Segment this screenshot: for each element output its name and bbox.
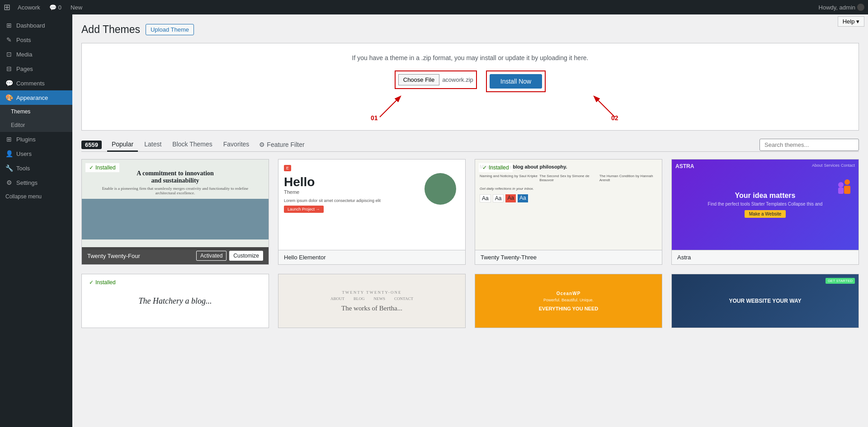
upload-area: If you have a theme in a .zip format, yo…	[81, 43, 859, 131]
check-icon-2: ✓	[482, 164, 487, 171]
theme-name-twenty-twenty-three: Twenty Twenty-Three	[481, 254, 537, 261]
theme-footer-twenty-twenty-four: Twenty Twenty-Four Activated Customize	[82, 247, 269, 264]
theme-card-divi[interactable]: YOUR WEBSITE YOUR WAY GET STARTED	[671, 274, 859, 328]
theme-name-astra: Astra	[677, 254, 691, 261]
plugins-icon: ⊞	[5, 136, 13, 143]
users-icon: 👤	[5, 150, 13, 157]
posts-icon: ✎	[5, 36, 13, 43]
search-themes-input[interactable]	[760, 139, 859, 151]
themes-grid: ✓ Installed A commitment to innovationan…	[81, 159, 859, 265]
tab-block-themes[interactable]: Block Themes	[168, 138, 217, 152]
help-button[interactable]: Help ▾	[838, 16, 864, 27]
tab-favorites[interactable]: Favorites	[219, 138, 254, 152]
theme-name-hello-elementor: Hello Elementor	[284, 254, 326, 261]
check-icon: ✓	[89, 164, 94, 171]
file-name-label: acowork.zip	[442, 76, 473, 83]
theme-card-twenty-twenty-one[interactable]: TWENTY TWENTY-ONE ABOUTBLOGNEWSCONTACT T…	[278, 274, 466, 328]
themes-tabs: 6559 Popular Latest Block Themes Favorit…	[81, 138, 859, 152]
sidebar-item-comments[interactable]: 💬 Comments	[0, 76, 72, 90]
theme-name-twenty-twenty-four: Twenty Twenty-Four	[87, 253, 140, 259]
new-content-link[interactable]: New	[67, 4, 86, 11]
arrow-01-indicator: 01	[371, 92, 425, 119]
comments-link[interactable]: 💬 0	[46, 4, 65, 11]
theme-thumbnail-hello-elementor: E Hello Theme Lorem ipsum dolor sit amet…	[278, 160, 465, 250]
howdy-text: Howdy, admin	[819, 4, 855, 11]
theme-thumbnail-oceanwp: OceanWP Powerful. Beautiful. Unique. EVE…	[475, 274, 662, 328]
sidebar-item-posts[interactable]: ✎ Posts	[0, 33, 72, 47]
appearance-icon: 🎨	[5, 94, 13, 101]
choose-file-button[interactable]: Choose File	[398, 74, 439, 85]
sidebar-item-appearance[interactable]: 🎨 Appearance	[0, 90, 72, 105]
main-content: Add Themes Upload Theme If you have a th…	[72, 14, 868, 427]
theme-actions-twenty-twenty-four: Activated Customize	[196, 251, 263, 261]
theme-thumbnail-twenty-twenty-one: TWENTY TWENTY-ONE ABOUTBLOGNEWSCONTACT T…	[278, 274, 465, 328]
wp-logo-icon[interactable]: ⊞	[4, 2, 10, 12]
sidebar-item-users[interactable]: 👤 Users	[0, 146, 72, 161]
sidebar-item-dashboard[interactable]: ⊞ Dashboard	[0, 18, 72, 33]
sidebar-item-plugins[interactable]: ⊞ Plugins	[0, 132, 72, 146]
themes-grid-bottom: ✓ Installed The Hatchery a blog... TWENT…	[81, 274, 859, 328]
svg-text:01: 01	[371, 114, 378, 122]
dashboard-icon: ⊞	[5, 22, 13, 29]
gear-icon: ⚙	[259, 141, 265, 148]
settings-icon: ⚙	[5, 179, 13, 186]
theme-thumbnail-divi: YOUR WEBSITE YOUR WAY GET STARTED	[672, 274, 859, 328]
tools-icon: 🔧	[5, 164, 13, 172]
admin-bar: ⊞ Acowork 💬 0 New Howdy, admin	[0, 0, 868, 14]
comments-icon: 💬	[5, 80, 13, 87]
svg-text:02: 02	[611, 114, 618, 122]
theme-card-hello-elementor[interactable]: E Hello Theme Lorem ipsum dolor sit amet…	[278, 159, 466, 265]
tab-popular[interactable]: Popular	[107, 138, 138, 152]
installed-badge-hatchery: ✓ Installed	[85, 278, 119, 287]
activated-button[interactable]: Activated	[196, 251, 226, 261]
svg-rect-5	[844, 186, 850, 194]
theme-count-badge: 6559	[81, 141, 102, 149]
svg-point-7	[838, 182, 844, 188]
sidebar-item-tools[interactable]: 🔧 Tools	[0, 161, 72, 175]
theme-card-hatchery[interactable]: ✓ Installed The Hatchery a blog...	[81, 274, 269, 328]
tab-latest[interactable]: Latest	[140, 138, 166, 152]
svg-point-4	[844, 179, 850, 185]
theme-card-twenty-twenty-three[interactable]: ✓ Installed Mindblown: a blog about phil…	[475, 159, 662, 265]
install-now-container: Install Now	[486, 70, 546, 92]
avatar	[857, 4, 864, 11]
sidebar-item-themes[interactable]: Themes	[0, 105, 72, 118]
search-themes-container	[760, 139, 859, 151]
sidebar-item-pages[interactable]: ⊟ Pages	[0, 61, 72, 76]
customize-button[interactable]: Customize	[229, 251, 263, 261]
installed-badge-twenty-twenty-three: ✓ Installed	[479, 163, 513, 172]
sidebar: ⊞ Dashboard ✎ Posts ⊡ Media ⊟ Pages 💬 Co…	[0, 14, 72, 427]
arrow-02-indicator: 02	[561, 92, 624, 119]
sidebar-item-settings[interactable]: ⚙ Settings	[0, 175, 72, 190]
upload-description: If you have a theme in a .zip format, yo…	[93, 54, 848, 61]
theme-name-row-twenty-three: Twenty Twenty-Three	[475, 250, 662, 264]
theme-card-oceanwp[interactable]: OceanWP Powerful. Beautiful. Unique. EVE…	[475, 274, 662, 328]
media-icon: ⊡	[5, 51, 13, 58]
page-title: Add Themes	[81, 23, 140, 36]
theme-card-astra[interactable]: ASTRA About Services Contact Your idea m…	[671, 159, 859, 265]
install-now-button[interactable]: Install Now	[490, 74, 542, 89]
svg-rect-6	[838, 188, 844, 194]
theme-name-row-hello: Hello Elementor	[278, 250, 465, 264]
theme-name-row-astra: Astra	[672, 250, 859, 264]
theme-card-twenty-twenty-four[interactable]: ✓ Installed A commitment to innovationan…	[81, 159, 269, 265]
theme-thumbnail-astra: ASTRA About Services Contact Your idea m…	[672, 160, 859, 250]
site-name-link[interactable]: Acowork	[14, 4, 44, 11]
collapse-menu-button[interactable]: Collapse menu	[0, 190, 72, 203]
file-input-container: Choose File acowork.zip	[395, 70, 477, 89]
page-header: Add Themes Upload Theme	[81, 23, 859, 36]
pages-icon: ⊟	[5, 65, 13, 72]
sidebar-item-media[interactable]: ⊡ Media	[0, 47, 72, 61]
svg-line-0	[380, 97, 400, 117]
check-icon-3: ✓	[89, 279, 94, 286]
astra-figure-icon	[831, 178, 854, 200]
theme-thumbnail-twenty-twenty-three: Mindblown: a blog about philosophy. Nami…	[475, 160, 662, 250]
sidebar-item-editor[interactable]: Editor	[0, 118, 72, 132]
installed-badge-twenty-twenty-four: ✓ Installed	[85, 163, 119, 172]
theme-thumbnail-twenty-twenty-four: A commitment to innovationand sustainabi…	[82, 160, 269, 250]
upload-theme-button[interactable]: Upload Theme	[146, 24, 194, 35]
feature-filter-link[interactable]: ⚙ Feature Filter	[255, 138, 308, 151]
